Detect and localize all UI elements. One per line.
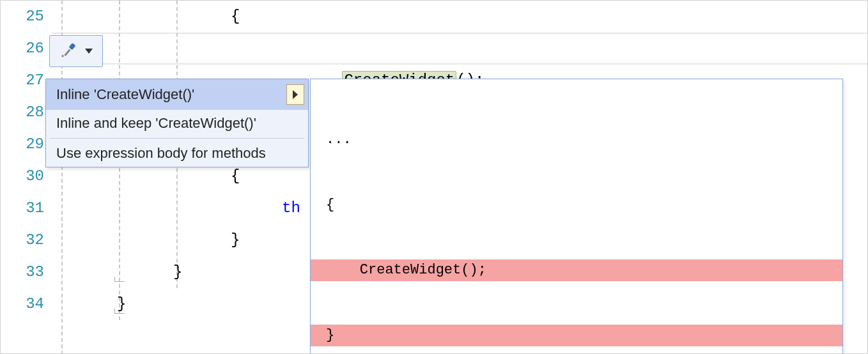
line-number: 26 bbox=[1, 33, 44, 65]
submenu-indicator bbox=[286, 84, 304, 105]
preview-diff: ... { CreateWidget(); } private void Cre… bbox=[311, 79, 842, 354]
code-line: } bbox=[173, 256, 182, 288]
quick-action-item[interactable]: Inline 'CreateWidget()' bbox=[46, 79, 308, 110]
svg-rect-0 bbox=[68, 43, 75, 50]
quick-actions-button[interactable] bbox=[49, 35, 103, 67]
line-number: 27 bbox=[1, 65, 44, 96]
svg-rect-2 bbox=[61, 55, 64, 58]
line-number: 28 bbox=[1, 96, 44, 128]
chevron-right-icon bbox=[293, 90, 298, 99]
code-line: th bbox=[282, 192, 300, 224]
quick-action-label: Inline and keep 'CreateWidget()' bbox=[56, 115, 256, 132]
quick-action-item[interactable]: Inline and keep 'CreateWidget()' bbox=[46, 110, 308, 137]
quick-action-item[interactable]: Use expression body for methods bbox=[46, 140, 308, 167]
line-number: 32 bbox=[1, 224, 44, 256]
line-number: 25 bbox=[1, 1, 44, 33]
screwdriver-icon bbox=[59, 42, 77, 60]
code-line: { bbox=[231, 1, 240, 33]
line-number: 31 bbox=[1, 192, 44, 224]
line-number: 30 bbox=[1, 160, 44, 192]
line-number: 29 bbox=[1, 128, 44, 160]
quick-action-label: Inline 'CreateWidget()' bbox=[56, 86, 194, 103]
refactor-preview-pane: ... { CreateWidget(); } private void Cre… bbox=[310, 79, 843, 354]
code-line: } bbox=[117, 288, 126, 320]
line-number: 34 bbox=[1, 288, 44, 320]
line-number: 33 bbox=[1, 256, 44, 288]
line-number-gutter: 25262728293031323334 bbox=[1, 1, 52, 353]
chevron-down-icon bbox=[85, 49, 93, 54]
code-line: } bbox=[231, 224, 240, 256]
menu-separator bbox=[50, 138, 304, 139]
quick-actions-menu: Inline 'CreateWidget()'Inline and keep '… bbox=[45, 79, 309, 167]
svg-rect-1 bbox=[64, 49, 70, 56]
quick-action-label: Use expression body for methods bbox=[56, 145, 266, 162]
